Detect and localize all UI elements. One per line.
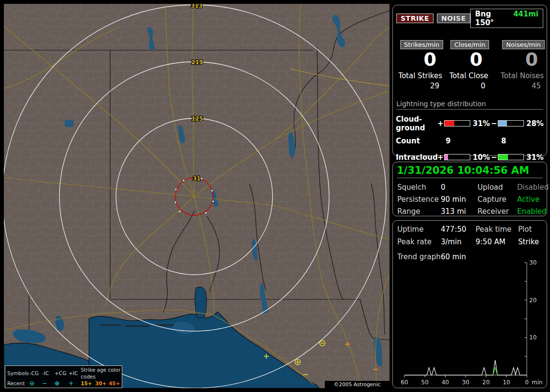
noises-per-min-chip[interactable]: Noises/min <box>502 40 545 49</box>
svg-text:50: 50 <box>421 379 429 386</box>
strike-map[interactable]: 313 219 125 31 Symbols -CG -IC +CG +IC S… <box>4 4 390 388</box>
noise-tab-button[interactable]: NOISE <box>437 14 470 23</box>
close-per-min-chip[interactable]: Close/min <box>450 40 489 49</box>
ic-positive-pct: 10% <box>472 153 491 162</box>
ring-label-31: 31 <box>193 175 201 182</box>
strikes-per-min-chip[interactable]: Strikes/min <box>400 40 443 49</box>
persistence-value: 90 min <box>441 195 478 204</box>
cg-positive-bar <box>444 120 470 126</box>
capture-label: Capture <box>478 195 517 204</box>
svg-text:0: 0 <box>525 379 529 386</box>
squelch-label: Squelch <box>397 183 441 192</box>
ic-negative-pct: 31% <box>525 153 542 162</box>
peak-rate-label: Peak rate <box>397 238 441 246</box>
minus-icon: − <box>42 387 55 388</box>
age-60: 60+ <box>81 387 95 388</box>
cg-negative-bar <box>498 120 524 126</box>
age-45: 45+ <box>109 380 122 387</box>
legend-age-title: Strike age color codes <box>81 366 122 380</box>
svg-text:40: 40 <box>442 379 449 386</box>
cg-negative-count: 8 <box>498 137 506 145</box>
age-90: 90+ <box>109 387 122 388</box>
legend-col-neg-cg: -CG <box>29 370 42 377</box>
total-close-value: 0 <box>443 82 489 90</box>
total-noises-label: Total Noises <box>489 71 545 80</box>
strike-stats-panel: STRIKE NOISE Bng 150° 441mi Strikes/min … <box>392 5 547 156</box>
intracloud-row: Intracloud + 10% − 31% <box>396 153 544 162</box>
receiver-label: Receiver <box>478 207 517 216</box>
plot-label: Plot <box>518 225 547 234</box>
svg-text:20: 20 <box>482 379 490 386</box>
svg-text:30: 30 <box>529 259 536 266</box>
total-noises-value: 45 <box>489 82 545 90</box>
cg-positive-pct: 31% <box>472 119 491 128</box>
circle-plus-icon: ⊕ <box>55 387 69 388</box>
noises-per-min-value: 0 <box>489 50 545 70</box>
peak-time-label: Peak time <box>476 225 518 234</box>
svg-text:10: 10 <box>503 379 510 386</box>
count-label: Count <box>396 137 443 145</box>
ic-positive-bar <box>444 154 470 160</box>
legend-col-neg-ic: -IC <box>42 370 55 377</box>
svg-text:10: 10 <box>529 334 536 341</box>
minus-sign: − <box>491 153 496 162</box>
cloud-ground-label: Cloud-ground <box>396 115 437 132</box>
close-per-min-value: 0 <box>443 50 489 70</box>
legend-col-pos-cg: +CG <box>55 370 69 377</box>
strike-tab-button[interactable]: STRIKE <box>396 14 434 23</box>
svg-text:min: min <box>532 379 543 386</box>
minus-sign: − <box>491 119 496 128</box>
peak-time-value: 9:50 AM <box>476 238 518 246</box>
upload-status: Disabled <box>517 183 549 192</box>
total-strikes-value: 29 <box>396 82 443 90</box>
noises-per-min-counter: Noises/min 0 Total Noises 45 <box>489 40 545 90</box>
uptime-value: 477:50 <box>441 225 476 234</box>
age-75: 75+ <box>95 387 109 388</box>
cg-negative-pct: 28% <box>525 119 542 128</box>
cloud-ground-row: Cloud-ground + 31% − 28% <box>396 115 544 132</box>
persistence-label: Persistence <box>397 195 441 204</box>
total-strikes-label: Total Strikes <box>396 71 443 80</box>
receiver-status: Enabled <box>517 207 549 216</box>
ring-label-313: 313 <box>191 4 203 9</box>
legend-recent-label: Recent <box>7 380 29 387</box>
ring-label-125: 125 <box>191 115 203 122</box>
trend-series-strike-rate <box>405 360 527 375</box>
trend-graph: 6050403020100min102030 <box>393 259 547 387</box>
legend-col-pos-ic: +IC <box>69 370 81 377</box>
range-label: Range <box>397 207 441 216</box>
strikes-per-min-counter: Strikes/min 0 Total Strikes 29 <box>396 40 443 90</box>
map-canvas: 313 219 125 31 <box>4 4 390 388</box>
age-30: 30+ <box>95 380 109 387</box>
plus-sign: + <box>437 119 443 128</box>
range-value: 313 mi <box>441 207 478 216</box>
uptime-label: Uptime <box>397 225 441 234</box>
svg-text:20: 20 <box>529 297 536 304</box>
legend-symbols-label: Symbols <box>7 370 29 377</box>
ic-negative-bar <box>498 154 524 160</box>
age-15: 15+ <box>81 380 95 387</box>
capture-status: Active <box>517 195 549 204</box>
svg-text:30: 30 <box>462 379 469 386</box>
minus-icon: − <box>42 380 55 387</box>
circle-minus-icon: ⊖ <box>29 380 42 387</box>
legend-header: Symbols -CG -IC +CG +IC Strike age color… <box>7 366 122 380</box>
uptime-grid: Uptime 477:50 Peak time Plot Peak rate 3… <box>397 225 547 246</box>
copyright-text: ©2005 Astrogenic Systems <box>325 381 390 388</box>
bearing-label: Bng 150° <box>475 10 507 27</box>
plus-sign: + <box>437 153 443 162</box>
rate-counters: Strikes/min 0 Total Strikes 29 Close/min… <box>396 40 544 90</box>
legend-old-label: Old <box>7 387 29 388</box>
distribution-title: Lightning type distribution <box>396 100 543 110</box>
bearing-readout: Bng 150° 441mi <box>470 9 543 28</box>
upload-label: Upload <box>478 183 517 192</box>
plus-icon: + <box>69 387 81 388</box>
peak-rate-value: 3/min <box>441 238 476 246</box>
status-grid: Squelch 0 Upload Disabled Persistence 90… <box>397 183 547 216</box>
close-per-min-counter: Close/min 0 Total Close 0 <box>443 40 489 90</box>
status-panel: 1/31/2026 10:04:56 AM Squelch 0 Upload D… <box>392 162 547 216</box>
bearing-distance: 441mi <box>513 10 538 27</box>
trend-panel: Uptime 477:50 Peak time Plot Peak rate 3… <box>392 220 547 388</box>
strikes-per-min-value: 0 <box>396 50 443 70</box>
map-legend: Symbols -CG -IC +CG +IC Strike age color… <box>5 365 122 388</box>
